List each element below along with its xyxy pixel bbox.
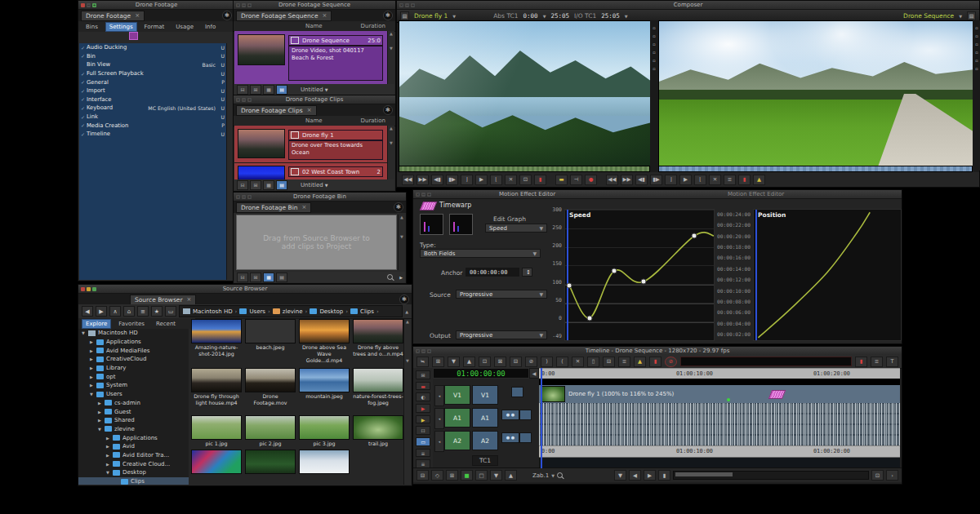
- disclosure-arrow-icon[interactable]: ▶: [105, 436, 110, 441]
- timeline-toolbar-icon[interactable]: ▯: [587, 357, 599, 367]
- timeline-toolbar-icon[interactable]: ⊟: [603, 357, 615, 367]
- tree-item[interactable]: ▶ Library: [78, 364, 189, 373]
- audio-track-a1-right[interactable]: [539, 414, 900, 425]
- view-text-icon[interactable]: ⊞: [250, 273, 261, 282]
- settings-item[interactable]: ✓ Audio Ducking U: [79, 43, 227, 52]
- file-item[interactable]: pic 3.jpg: [299, 415, 350, 450]
- nav-icon[interactable]: ◀: [82, 306, 93, 317]
- file-item[interactable]: Drone Footage.mov: [245, 368, 296, 415]
- bin-tab[interactable]: Drone Footage Sequence×: [236, 11, 332, 21]
- disclosure-arrow-icon[interactable]: ▼: [97, 427, 102, 432]
- timeline-view-name[interactable]: Zab.1: [532, 472, 549, 479]
- breadcrumb-item[interactable]: zlevine ›: [273, 308, 308, 315]
- tree-item[interactable]: ▼ Macintosh HD: [78, 329, 189, 338]
- zoom-button[interactable]: +: [247, 98, 252, 102]
- timeline-bottom-icon[interactable]: ▼: [490, 470, 502, 481]
- scrollbar-thumb[interactable]: [675, 472, 733, 476]
- tree-item[interactable]: ▼ zlevine: [78, 425, 189, 434]
- view-script-icon[interactable]: ▤: [276, 85, 287, 95]
- video-clip-segment[interactable]: Drone fly 1 (100% to 116% to 245%): [539, 385, 900, 404]
- timecode-track[interactable]: TC1: [472, 455, 498, 466]
- position-graph[interactable]: Position: [753, 209, 902, 341]
- timeline-rail-icon[interactable]: ≡: [416, 449, 430, 458]
- browser-mode-tab[interactable]: Explore: [82, 319, 111, 329]
- timeline-bottom-icon[interactable]: ⊞: [446, 470, 458, 481]
- minimize-button[interactable]: −: [421, 193, 425, 197]
- tree-item[interactable]: ▶ Guest: [78, 407, 189, 416]
- record-position-bar[interactable]: [658, 166, 973, 172]
- zoom-button[interactable]: +: [247, 195, 252, 199]
- bin-tab[interactable]: Drone Footage Clips×: [236, 105, 317, 116]
- transport-button[interactable]: ▮: [738, 175, 751, 185]
- chevron-down-icon[interactable]: ▼: [325, 183, 328, 188]
- file-item[interactable]: [191, 450, 242, 485]
- track-speaker-icon[interactable]: [519, 410, 532, 420]
- tab-close-icon[interactable]: ×: [302, 204, 307, 210]
- monitor-edge-icon[interactable]: ▫: [975, 33, 978, 38]
- view-brief-icon[interactable]: ⊟: [237, 273, 248, 282]
- browser-mode-tab[interactable]: Favorites: [114, 319, 149, 329]
- search-icon[interactable]: [387, 274, 393, 280]
- browser-mode-tab[interactable]: Recent: [152, 319, 180, 329]
- settings-item[interactable]: ✓ Import U: [79, 86, 227, 95]
- tab-close-icon[interactable]: ×: [323, 12, 327, 19]
- record-track-v1[interactable]: V1: [472, 385, 498, 405]
- view-frame-icon[interactable]: ▦: [263, 180, 274, 190]
- disclosure-arrow-icon[interactable]: ▼: [89, 392, 94, 397]
- record-track-a1[interactable]: A1: [472, 408, 498, 428]
- timeline-rail-icon[interactable]: ⊡: [416, 426, 430, 435]
- timeline-bottom-icon[interactable]: ›: [886, 470, 898, 481]
- settings-item[interactable]: ✓ Timeline U: [79, 130, 227, 139]
- timewarp-thumbnail[interactable]: [449, 214, 473, 235]
- transport-button[interactable]: ✕: [505, 175, 517, 185]
- minimize-button[interactable]: −: [242, 195, 246, 199]
- close-button[interactable]: ×: [416, 193, 420, 197]
- source-track-a1[interactable]: A1: [444, 408, 470, 428]
- close-button[interactable]: ×: [236, 195, 240, 199]
- gear-icon[interactable]: ✱: [222, 11, 232, 20]
- monitor-edge-icon[interactable]: ▫: [653, 58, 655, 63]
- clip-name[interactable]: 02 West Coast Town: [302, 169, 359, 175]
- gear-icon[interactable]: ✱: [383, 11, 393, 20]
- chevron-down-icon[interactable]: ▼: [959, 14, 962, 19]
- monitor-edge-icon[interactable]: ▫: [653, 25, 655, 30]
- timeline-playhead[interactable]: [541, 368, 542, 468]
- audio-track-a2-right[interactable]: [539, 435, 900, 446]
- timeline-toolbar-icon[interactable]: ▮: [649, 357, 662, 367]
- transport-button[interactable]: ▮▶: [650, 175, 662, 185]
- clip-thumbnail[interactable]: [238, 129, 285, 158]
- file-item[interactable]: Amazing-nature-shot-2014.jpg: [191, 319, 242, 368]
- timecode-menu[interactable]: ◀: [529, 368, 539, 379]
- transport-button[interactable]: ▬: [555, 175, 568, 185]
- monitor-edge-icon[interactable]: ▫: [975, 58, 978, 63]
- anchor-timecode-field[interactable]: 00:00:00:00: [466, 268, 519, 277]
- transport-button[interactable]: ▲: [753, 175, 765, 185]
- clip-name[interactable]: Drone fly 1: [302, 132, 334, 139]
- project-tab[interactable]: Drone Footage×: [81, 11, 145, 21]
- timeline-bottom-icon[interactable]: ◇: [431, 470, 443, 481]
- minimize-button[interactable]: −: [242, 98, 246, 102]
- tree-item[interactable]: ▶ Creative Cloud...: [78, 459, 189, 468]
- scroll-up-icon[interactable]: ▲: [405, 309, 408, 314]
- zoom-button[interactable]: +: [247, 3, 252, 7]
- source-monitor[interactable]: [399, 20, 652, 167]
- sequence-clip-row[interactable]: Drone Sequence25:0 Drone Video, shot 040…: [234, 31, 388, 84]
- column-duration[interactable]: Duration: [361, 117, 385, 124]
- tree-item[interactable]: ▼ Desktop: [78, 468, 189, 477]
- view-brief-icon[interactable]: ⊟: [237, 85, 248, 95]
- source-browser-tab[interactable]: Source Browser×: [130, 295, 196, 305]
- disclosure-arrow-icon[interactable]: ▶: [105, 453, 110, 458]
- settings-item[interactable]: ✓ Keyboard MC English (United States) U: [79, 104, 227, 113]
- project-section-tab[interactable]: Info: [201, 22, 220, 32]
- file-item[interactable]: Drone fly through light house.mp4: [191, 368, 242, 415]
- view-script-icon[interactable]: ▤: [276, 273, 287, 282]
- settings-item[interactable]: ✓ Full Screen Playback U: [79, 69, 227, 78]
- transport-button[interactable]: ≡: [724, 175, 736, 185]
- timeline-toolbar-icon[interactable]: ▼: [448, 357, 460, 367]
- transport-button[interactable]: ⊣: [570, 175, 582, 185]
- view-brief-icon[interactable]: ⊟: [237, 180, 248, 190]
- timeline-toolbar-icon[interactable]: ⊘: [525, 357, 537, 367]
- file-item[interactable]: mountain.jpeg: [299, 368, 350, 415]
- source-track-a2[interactable]: A2: [444, 431, 470, 450]
- tree-item[interactable]: Clips: [78, 477, 189, 485]
